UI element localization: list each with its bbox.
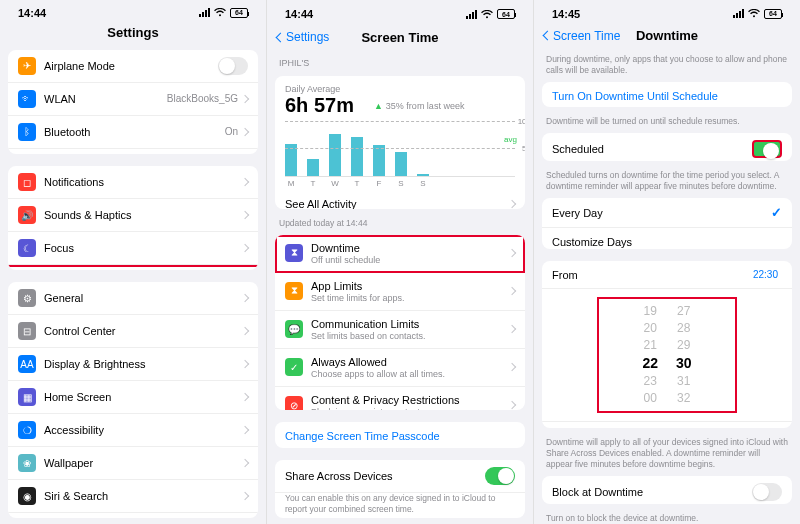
- general-icon: ⚙: [18, 289, 36, 307]
- scheduled-row[interactable]: Scheduled: [542, 133, 792, 161]
- customize-days-row[interactable]: Customize Days: [542, 228, 792, 249]
- every-day-row[interactable]: Every Day ✓: [542, 198, 792, 228]
- share-note: You can enable this on any device signed…: [285, 493, 515, 515]
- daily-avg-label: Daily Average: [285, 84, 515, 94]
- row-label: Notifications: [44, 176, 242, 188]
- row-downtime[interactable]: ⧗DowntimeOff until schedule: [275, 235, 525, 273]
- status-time: 14:45: [552, 8, 580, 20]
- row-label: General: [44, 292, 242, 304]
- chevron-left-icon: [276, 33, 286, 43]
- row-label: Wallpaper: [44, 457, 242, 469]
- from-value: 22:30: [753, 269, 778, 280]
- row-label: WLAN: [44, 93, 167, 105]
- row-label: DowntimeOff until schedule: [311, 242, 509, 265]
- row-wallpaper[interactable]: ❀Wallpaper: [8, 447, 258, 480]
- sounds-icon: 🔊: [18, 206, 36, 224]
- battery-icon: 64: [230, 8, 248, 18]
- signal-icon: [466, 10, 477, 19]
- daily-avg-value: 6h 57m: [285, 94, 354, 117]
- nav-bar: Settings Screen Time: [275, 24, 525, 50]
- chevron-right-icon: [508, 363, 516, 371]
- block-at-downtime[interactable]: Block at Downtime: [542, 476, 792, 504]
- checkmark-icon: ✓: [771, 205, 782, 220]
- row-label: Focus: [44, 242, 242, 254]
- row-airplane[interactable]: ✈Airplane Mode: [8, 50, 258, 83]
- passcode-group: Change Screen Time Passcode: [275, 422, 525, 448]
- arrow-up-icon: ▲: [374, 101, 383, 111]
- toggle[interactable]: [218, 57, 248, 75]
- battery-icon: 64: [764, 9, 782, 19]
- chevron-right-icon: [508, 401, 516, 409]
- row-home[interactable]: ▦Home Screen: [8, 381, 258, 414]
- status-time: 14:44: [18, 7, 46, 19]
- chevron-right-icon: [241, 459, 249, 467]
- row-label: Bluetooth: [44, 126, 225, 138]
- block-note: Turn on to block the device at downtime.: [546, 513, 788, 524]
- chevron-right-icon: [241, 244, 249, 252]
- bluetooth-icon: ᛒ: [18, 123, 36, 141]
- limits-group: ⧗DowntimeOff until schedule⧗App LimitsSe…: [275, 235, 525, 411]
- signal-icon: [199, 8, 210, 17]
- settings-group-connectivity: ✈Airplane ModeᯤWLANBlackBooks_5GᛒBluetoo…: [8, 50, 258, 154]
- share-across-devices[interactable]: Share Across Devices: [275, 460, 525, 493]
- to-row[interactable]: To 07:00: [542, 422, 792, 428]
- updated-note: Updated today at 14:44: [279, 218, 521, 229]
- row-label: Control Center: [44, 325, 242, 337]
- chevron-right-icon: [241, 327, 249, 335]
- row-label: Communication LimitsSet limits based on …: [311, 318, 509, 341]
- control-icon: ⊟: [18, 322, 36, 340]
- focus-icon: ☾: [18, 239, 36, 257]
- notifications-icon: ◻: [18, 173, 36, 191]
- chevron-right-icon: [241, 178, 249, 186]
- comm-icon: 💬: [285, 320, 303, 338]
- change-passcode[interactable]: Change Screen Time Passcode: [275, 422, 525, 448]
- back-button[interactable]: Screen Time: [544, 29, 620, 43]
- see-all-activity[interactable]: See All Activity: [275, 190, 525, 208]
- owner-header: IPHIL'S: [279, 58, 521, 68]
- picker-minutes[interactable]: 272829303132: [676, 303, 692, 407]
- status-bar: 14:44 64: [275, 4, 525, 24]
- row-applimits[interactable]: ⧗App LimitsSet time limits for apps.: [275, 273, 525, 311]
- toggle-share[interactable]: [485, 467, 515, 485]
- turn-on-until-schedule[interactable]: Turn On Downtime Until Schedule: [542, 82, 792, 107]
- row-siri[interactable]: ◉Siri & Search: [8, 480, 258, 513]
- picker-hours[interactable]: 192021222300: [642, 303, 658, 407]
- signal-icon: [733, 9, 744, 18]
- status-time: 14:44: [285, 8, 313, 20]
- row-comm[interactable]: 💬Communication LimitsSet limits based on…: [275, 311, 525, 349]
- row-allowed[interactable]: ✓Always AllowedChoose apps to allow at a…: [275, 349, 525, 387]
- row-cellular[interactable]: ((·))CellularOff: [8, 149, 258, 154]
- row-general[interactable]: ⚙General: [8, 282, 258, 315]
- row-bluetooth[interactable]: ᛒBluetoothOn: [8, 116, 258, 149]
- row-control[interactable]: ⊟Control Center: [8, 315, 258, 348]
- row-sounds[interactable]: 🔊Sounds & Haptics: [8, 199, 258, 232]
- applimits-icon: ⧗: [285, 282, 303, 300]
- row-label: Display & Brightness: [44, 358, 242, 370]
- row-focus[interactable]: ☾Focus: [8, 232, 258, 265]
- toggle-block[interactable]: [752, 483, 782, 501]
- allowed-icon: ✓: [285, 358, 303, 376]
- row-display[interactable]: AADisplay & Brightness: [8, 348, 258, 381]
- downtime-icon: ⧗: [285, 244, 303, 262]
- chevron-right-icon: [508, 200, 516, 208]
- row-notifications[interactable]: ◻Notifications: [8, 166, 258, 199]
- row-screentime[interactable]: ⧗Screen Time: [8, 265, 258, 270]
- row-label: Home Screen: [44, 391, 242, 403]
- row-accessibility[interactable]: ❍Accessibility: [8, 414, 258, 447]
- row-wifi[interactable]: ᯤWLANBlackBooks_5G: [8, 83, 258, 116]
- chart-bar: [395, 152, 407, 176]
- row-label: Accessibility: [44, 424, 242, 436]
- row-restrict[interactable]: ⊘Content & Privacy RestrictionsBlock ina…: [275, 387, 525, 411]
- row-label: Sounds & Haptics: [44, 209, 242, 221]
- row-faceid[interactable]: ☺Face ID & Passcode: [8, 513, 258, 518]
- row-label: App LimitsSet time limits for apps.: [311, 280, 509, 303]
- chevron-right-icon: [241, 211, 249, 219]
- toggle-scheduled[interactable]: [752, 140, 782, 158]
- settings-group-general: ⚙General⊟Control CenterAADisplay & Brigh…: [8, 282, 258, 518]
- wallpaper-icon: ❀: [18, 454, 36, 472]
- phone-settings: 14:44 64 Settings ✈Airplane ModeᯤWLANBla…: [0, 0, 267, 524]
- time-picker[interactable]: 192021222300 272829303132: [597, 297, 737, 413]
- chevron-right-icon: [241, 95, 249, 103]
- from-row[interactable]: From 22:30: [542, 261, 792, 289]
- back-button[interactable]: Settings: [277, 30, 329, 44]
